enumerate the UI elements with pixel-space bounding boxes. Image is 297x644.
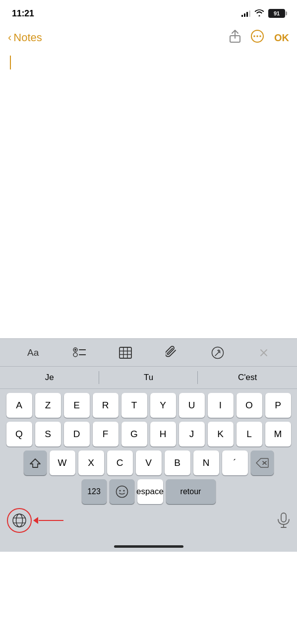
key-j[interactable]: J (179, 422, 205, 447)
key-x[interactable]: X (78, 451, 104, 475)
signal-icon (241, 10, 250, 17)
backspace-key[interactable] (251, 451, 274, 475)
key-e[interactable]: E (64, 393, 90, 418)
predictive-bar: Je Tu C'est (0, 366, 297, 389)
svg-point-20 (116, 486, 127, 498)
key-l[interactable]: L (237, 422, 262, 447)
arrow-head-icon (33, 517, 38, 524)
status-bar: 11:21 91 (0, 0, 297, 25)
svg-point-2 (253, 35, 255, 37)
svg-point-8 (73, 353, 77, 357)
text-cursor (10, 56, 11, 69)
key-c[interactable]: C (107, 451, 133, 475)
svg-point-6 (74, 349, 76, 351)
emoji-key[interactable] (110, 479, 134, 504)
svg-point-23 (13, 514, 26, 527)
return-key[interactable]: retour (166, 479, 216, 504)
svg-point-3 (256, 35, 258, 37)
close-toolbar-button[interactable] (255, 344, 273, 362)
space-key[interactable]: espace (137, 479, 163, 504)
svg-point-24 (16, 514, 23, 527)
key-u[interactable]: U (179, 393, 205, 418)
key-m[interactable]: M (265, 422, 291, 447)
key-s[interactable]: S (35, 422, 61, 447)
predictive-item-2[interactable]: Tu (99, 367, 198, 388)
arrow-line (39, 520, 63, 521)
key-k[interactable]: K (208, 422, 234, 447)
key-o[interactable]: O (237, 393, 262, 418)
nav-bar: ‹ Notes OK (0, 25, 297, 51)
key-i[interactable]: I (208, 393, 234, 418)
pencil-button[interactable] (209, 344, 227, 362)
keyboard-row-bottom: 123 espace retour (2, 479, 295, 504)
home-bar (114, 545, 183, 548)
share-icon[interactable] (230, 30, 240, 46)
nav-back-label[interactable]: Notes (13, 31, 42, 44)
key-n[interactable]: N (193, 451, 219, 475)
key-apostrophe[interactable]: ´ (222, 451, 248, 475)
predictive-item-1[interactable]: Je (0, 367, 99, 388)
nav-back[interactable]: ‹ Notes (8, 31, 42, 44)
key-h[interactable]: H (150, 422, 176, 447)
key-t[interactable]: T (121, 393, 147, 418)
predictive-item-3[interactable]: C'est (198, 367, 297, 388)
key-p[interactable]: P (265, 393, 291, 418)
key-q[interactable]: Q (6, 422, 32, 447)
key-b[interactable]: B (165, 451, 190, 475)
content-area[interactable] (0, 51, 297, 338)
key-y[interactable]: Y (150, 393, 176, 418)
status-time: 11:21 (12, 8, 34, 19)
bottom-bar (0, 506, 297, 535)
home-indicator (0, 535, 297, 552)
table-button[interactable] (117, 344, 134, 362)
keyboard-row-3: W X C V B N ´ (2, 451, 295, 475)
svg-rect-10 (119, 347, 131, 358)
shift-key[interactable] (24, 451, 47, 475)
svg-point-4 (259, 35, 261, 37)
key-r[interactable]: R (93, 393, 119, 418)
numbers-key[interactable]: 123 (82, 479, 107, 504)
format-text-button[interactable]: Aa (24, 344, 42, 362)
keyboard-row-2: Q S D F G H J K L M (2, 422, 295, 447)
key-v[interactable]: V (136, 451, 162, 475)
keyboard-row-1: A Z E R T Y U I O P (2, 393, 295, 418)
wifi-icon (254, 9, 264, 18)
attachment-button[interactable] (163, 344, 180, 362)
svg-point-22 (123, 490, 124, 492)
key-w[interactable]: W (50, 451, 75, 475)
globe-button[interactable] (7, 508, 32, 533)
ok-button[interactable]: OK (274, 32, 289, 44)
battery-icon: 91 (268, 9, 285, 18)
key-a[interactable]: A (6, 393, 32, 418)
key-z[interactable]: Z (35, 393, 61, 418)
svg-point-21 (119, 490, 120, 492)
status-icons: 91 (241, 9, 285, 18)
checklist-button[interactable] (70, 344, 88, 362)
microphone-button[interactable] (277, 513, 290, 528)
nav-actions: OK (230, 29, 289, 46)
key-f[interactable]: F (93, 422, 119, 447)
arrow-indicator (34, 517, 63, 524)
globe-button-container (7, 508, 32, 533)
more-icon[interactable] (250, 29, 264, 46)
key-g[interactable]: G (121, 422, 147, 447)
formatting-toolbar: Aa (0, 338, 297, 366)
keyboard: A Z E R T Y U I O P Q S D F G H J K L M … (0, 389, 297, 506)
key-d[interactable]: D (64, 422, 90, 447)
svg-rect-27 (281, 513, 286, 522)
back-chevron-icon: ‹ (8, 31, 11, 44)
